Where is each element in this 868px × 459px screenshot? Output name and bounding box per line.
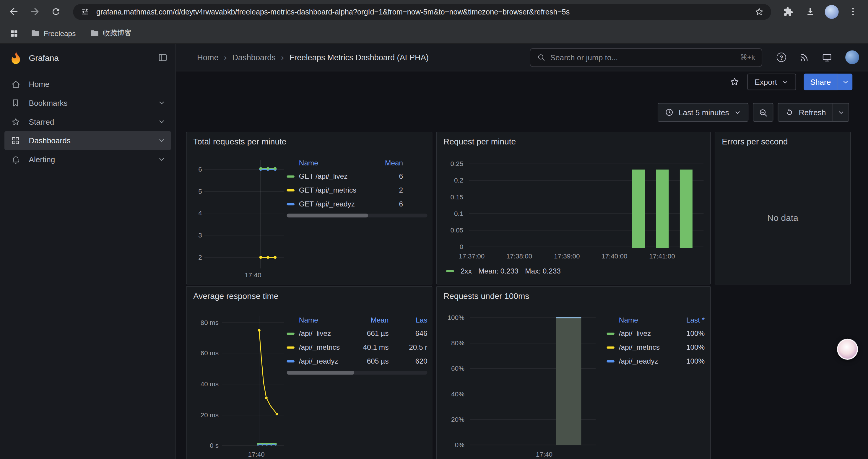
browser-profile-avatar[interactable] xyxy=(825,5,839,19)
panel-title[interactable]: Average response time xyxy=(193,291,279,301)
series-mean: 6 xyxy=(372,200,403,208)
sidebar-item-label: Home xyxy=(29,80,165,89)
sidebar: Grafana Home Bookmarks xyxy=(0,44,176,459)
legend-row[interactable]: /api/_metrics 100% xyxy=(607,340,705,354)
home-icon xyxy=(10,79,21,89)
folder-icon xyxy=(90,29,99,37)
url-bar[interactable]: grafana.mathmast.com/d/deytv4rwavabkb/fr… xyxy=(73,4,771,20)
legend-row[interactable]: /api/_livez 100% xyxy=(607,326,705,340)
series-swatch-blue xyxy=(287,203,294,205)
series-name[interactable]: /api/_livez xyxy=(619,329,674,338)
downloads-icon[interactable] xyxy=(801,2,820,21)
legend-row[interactable]: /api/_readyz 100% xyxy=(607,354,705,368)
chevron-down-icon[interactable] xyxy=(158,118,165,126)
y-axis-label: 5 xyxy=(189,187,202,196)
x-axis-label: 17:40 xyxy=(532,450,556,459)
series-name[interactable]: /api/_readyz xyxy=(299,357,353,365)
zoom-out-button[interactable] xyxy=(753,103,773,122)
series-name[interactable]: /api/_livez xyxy=(299,329,353,338)
legend-col-name[interactable]: Name xyxy=(619,316,674,324)
no-data-message: No data xyxy=(715,213,850,223)
favorite-star-icon[interactable] xyxy=(730,77,740,87)
site-settings-icon[interactable] xyxy=(79,6,91,18)
legend-scrollbar[interactable] xyxy=(287,214,428,218)
user-avatar[interactable] xyxy=(845,51,859,64)
extensions-icon[interactable] xyxy=(779,2,798,21)
chevron-down-icon[interactable] xyxy=(158,156,165,163)
share-label[interactable]: Share xyxy=(804,73,838,90)
sidebar-item-alerting[interactable]: Alerting xyxy=(4,150,171,169)
panel-title[interactable]: Total requests per minute xyxy=(193,137,286,146)
bookmark-folder-blogs[interactable]: 收藏博客 xyxy=(86,27,136,40)
series-name[interactable]: /api/_readyz xyxy=(619,357,674,365)
apps-grid-icon[interactable] xyxy=(6,26,21,40)
refresh-button[interactable]: Refresh xyxy=(778,103,849,122)
series-name[interactable]: GET /api/_metrics xyxy=(299,186,368,194)
search-input[interactable]: Search or jump to... ⌘+k xyxy=(530,48,762,67)
time-range-picker[interactable]: Last 5 minutes xyxy=(658,103,748,122)
legend-col-last[interactable]: Last * xyxy=(678,316,705,324)
chevron-down-icon[interactable] xyxy=(158,99,165,107)
legend-col-mean[interactable]: Mean xyxy=(358,316,389,324)
series-name[interactable]: /api/_metrics xyxy=(619,343,674,352)
back-icon[interactable] xyxy=(4,2,23,21)
series-name[interactable]: /api/_metrics xyxy=(299,343,353,352)
sidebar-item-bookmarks[interactable]: Bookmarks xyxy=(4,94,171,112)
share-dropdown-icon[interactable] xyxy=(838,73,852,90)
sidebar-item-starred[interactable]: Starred xyxy=(4,112,171,131)
rss-icon[interactable] xyxy=(800,53,809,62)
screen: grafana.mathmast.com/d/deytv4rwavabkb/fr… xyxy=(0,0,868,459)
series-name[interactable]: GET /api/_readyz xyxy=(299,200,368,208)
legend-scrollbar[interactable] xyxy=(287,371,428,374)
sidebar-item-dashboards[interactable]: Dashboards xyxy=(4,131,171,150)
help-icon[interactable]: ? xyxy=(777,53,786,62)
breadcrumb-separator: › xyxy=(281,53,284,62)
breadcrumb-dashboards[interactable]: Dashboards xyxy=(232,53,275,62)
y-axis-label: 6 xyxy=(189,165,202,174)
kiosk-monitor-icon[interactable] xyxy=(822,52,832,62)
bookmarks-bar: Freeleaps 收藏博客 xyxy=(0,23,868,44)
dashboards-grid-icon xyxy=(10,136,21,145)
url-text[interactable]: grafana.mathmast.com/d/deytv4rwavabkb/fr… xyxy=(96,7,747,15)
share-button[interactable]: Share xyxy=(804,73,852,90)
legend-row[interactable]: /api/_readyz 605 µs 620 xyxy=(287,354,428,368)
legend-row[interactable]: GET /api/_livez 6 xyxy=(287,169,428,183)
legend-row[interactable]: /api/_metrics 40.1 ms 20.5 r xyxy=(287,340,428,354)
grafana-app: Grafana Home Bookmarks xyxy=(0,44,868,459)
export-button[interactable]: Export xyxy=(747,73,796,90)
legend-row[interactable]: GET /api/_metrics 2 xyxy=(287,183,428,197)
series-name[interactable]: 2xx xyxy=(461,267,472,275)
panel-requests-under-100ms: Requests under 100ms 100% 80% 60% 40% 20… xyxy=(436,286,711,459)
sidebar-collapse-icon[interactable] xyxy=(158,53,168,63)
legend-col-last[interactable]: Las xyxy=(393,316,427,324)
browser-menu-icon[interactable] xyxy=(844,2,863,21)
export-label: Export xyxy=(754,77,777,86)
legend-col-name[interactable]: Name xyxy=(299,316,353,324)
refresh-interval-dropdown[interactable] xyxy=(833,103,849,122)
series-name[interactable]: GET /api/_livez xyxy=(299,172,368,181)
forward-icon[interactable] xyxy=(25,2,44,21)
browser-nav-buttons xyxy=(0,2,65,21)
bookmark-star-icon[interactable] xyxy=(752,5,766,18)
y-axis-label: 4 xyxy=(189,208,202,218)
legend-row[interactable]: GET /api/_readyz 6 xyxy=(287,197,428,211)
panel-legend: Name Mean Las /api/_livez 661 µs 646 /ap… xyxy=(287,314,428,375)
floating-assistant-avatar[interactable] xyxy=(837,339,858,360)
breadcrumb-home[interactable]: Home xyxy=(197,53,218,62)
browser-toolbar: grafana.mathmast.com/d/deytv4rwavabkb/fr… xyxy=(0,0,868,23)
legend-header: Name Mean xyxy=(287,156,428,169)
panel-title[interactable]: Requests under 100ms xyxy=(443,291,529,301)
legend-row[interactable]: /api/_livez 661 µs 646 xyxy=(287,326,428,340)
bookmark-folder-freeleaps[interactable]: Freeleaps xyxy=(27,27,80,39)
time-range-label: Last 5 minutes xyxy=(679,108,729,117)
reload-icon[interactable] xyxy=(46,2,65,21)
grafana-logo-icon[interactable] xyxy=(9,51,23,65)
panel-title[interactable]: Errors per second xyxy=(722,137,788,146)
y-axis-label: 80 ms xyxy=(189,318,219,327)
sidebar-item-home[interactable]: Home xyxy=(4,75,171,94)
y-axis-label: 2 xyxy=(189,253,202,262)
panel-title[interactable]: Request per minute xyxy=(443,137,516,146)
legend-col-name[interactable]: Name xyxy=(299,159,368,167)
legend-col-mean[interactable]: Mean xyxy=(372,159,403,167)
chevron-down-icon[interactable] xyxy=(158,137,165,144)
